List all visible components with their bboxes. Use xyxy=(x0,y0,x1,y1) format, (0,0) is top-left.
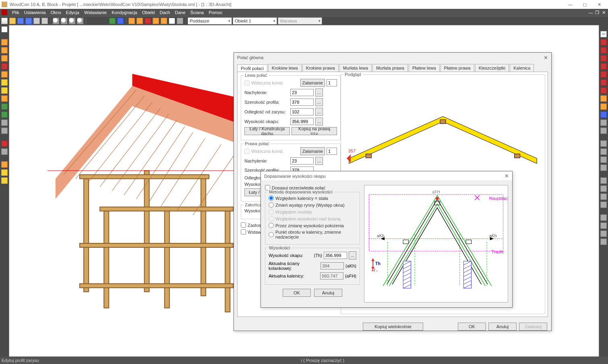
lewa-kopiuj-btn[interactable]: Kopiuj na prawą ==> xyxy=(292,127,337,135)
dlg1-close-button[interactable]: ✕ xyxy=(544,55,548,61)
tab-krokiew-p[interactable]: Krokiew prawa xyxy=(302,64,339,72)
rt-24[interactable] xyxy=(600,238,607,245)
tab-murlata-l[interactable]: Murłata lewa xyxy=(339,64,372,72)
rt-16[interactable] xyxy=(600,164,607,171)
rt-2[interactable] xyxy=(600,47,607,54)
floor-combo[interactable]: Poddasze xyxy=(188,17,232,25)
dlg1-kopiuj-btn[interactable]: Kopiuj wielokrotnie xyxy=(363,323,423,331)
rt-5[interactable] xyxy=(600,71,607,78)
menu-edycja[interactable]: Edycja xyxy=(64,10,82,15)
mdi-minimize[interactable]: — xyxy=(588,10,594,15)
dlg1-ok-btn[interactable]: OK xyxy=(458,323,486,331)
lt-del[interactable] xyxy=(1,140,8,147)
rt-4[interactable] xyxy=(600,63,607,70)
menu-plik[interactable]: Plik xyxy=(10,10,22,15)
lt-8[interactable] xyxy=(1,95,8,102)
rt-3d[interactable]: 3D xyxy=(600,31,607,38)
dlg1-zastosuj-btn[interactable]: Zastosuj xyxy=(519,323,547,331)
tool-c-button[interactable] xyxy=(128,17,135,25)
new-file-button[interactable] xyxy=(1,17,8,25)
rt-13[interactable] xyxy=(600,140,607,147)
lt-pointer[interactable] xyxy=(1,26,8,33)
tab-kalenica[interactable]: Kalenica xyxy=(510,64,534,72)
tab-krokiew-l[interactable]: Krokiew lewa xyxy=(268,64,302,72)
zoom-out-button[interactable] xyxy=(60,17,68,25)
lt-11[interactable] xyxy=(1,119,8,126)
method-r5[interactable]: Przez zmianę wysokości położenia xyxy=(269,223,344,228)
rt-18[interactable] xyxy=(600,185,607,192)
prawa-zal-count[interactable] xyxy=(327,148,337,155)
rt-20[interactable] xyxy=(600,201,607,208)
menu-obiekt[interactable]: Obiekt xyxy=(140,10,157,15)
lewa-wys-dots[interactable]: ... xyxy=(315,117,323,125)
layer-combo[interactable]: Warstwa xyxy=(278,17,322,25)
h-okap-dots[interactable]: ... xyxy=(349,251,356,259)
menu-okno[interactable]: Okno xyxy=(48,10,64,15)
lt-3[interactable] xyxy=(1,55,8,62)
lewa-zal-count[interactable] xyxy=(327,79,337,86)
lewa-laty-btn[interactable]: Łaty / Konstrukcja dachu xyxy=(244,127,290,135)
lewa-nach-dots[interactable]: ... xyxy=(315,88,323,97)
dlg1-title-bar[interactable]: Połać główna ✕ xyxy=(234,53,551,62)
mdi-restore[interactable]: ❐ xyxy=(594,10,600,15)
tab-kleszcze[interactable]: Kleszcze/jętki xyxy=(475,64,509,72)
prawa-zalamanie-btn[interactable]: Załamanie xyxy=(300,147,325,155)
menu-kondygnacja[interactable]: Kondygnacja xyxy=(109,10,140,15)
rt-12[interactable] xyxy=(600,127,607,134)
rt-19[interactable] xyxy=(600,193,607,200)
tool-b-button[interactable] xyxy=(117,17,124,25)
rt-22[interactable] xyxy=(600,222,607,229)
lt-14[interactable] xyxy=(1,161,8,168)
h-okap-field[interactable] xyxy=(324,252,347,259)
lt-10[interactable] xyxy=(1,111,8,118)
dlg2-close-button[interactable]: ✕ xyxy=(505,173,509,179)
rt-9[interactable] xyxy=(600,103,607,110)
lt-6[interactable] xyxy=(1,79,8,86)
printprev-button[interactable] xyxy=(41,17,48,25)
lt-5[interactable] xyxy=(1,71,8,78)
prawa-nach-dots[interactable]: ... xyxy=(315,157,323,165)
tool-d-button[interactable] xyxy=(136,17,143,25)
mdi-close[interactable]: ✕ xyxy=(601,10,606,15)
rt-7[interactable] xyxy=(600,87,607,94)
tab-platew-p[interactable]: Płatew prawa xyxy=(440,64,474,72)
print-button[interactable] xyxy=(33,17,40,25)
lt-2[interactable] xyxy=(1,47,8,54)
prawa-widoczna-check[interactable]: Widoczna konst. xyxy=(244,149,284,154)
object-combo[interactable]: Obiekt 1 xyxy=(233,17,277,25)
lewa-odl-field[interactable] xyxy=(290,108,314,115)
lt-12[interactable] xyxy=(1,127,8,134)
method-r6[interactable]: Punkt obrotu w kalenicy, zmienne nadzaci… xyxy=(269,230,356,239)
close-button[interactable]: ✕ xyxy=(592,0,606,9)
menu-ustawienia[interactable]: Ustawienia xyxy=(22,10,48,15)
lt-4[interactable] xyxy=(1,63,8,70)
lewa-szer-field[interactable] xyxy=(290,99,314,106)
menu-wstawianie[interactable]: Wstawianie xyxy=(82,10,109,15)
tool-h-button[interactable] xyxy=(176,17,184,25)
zoom-fit-button[interactable] xyxy=(68,17,76,25)
tool-f-button[interactable] xyxy=(152,17,159,25)
lewa-nach-field[interactable] xyxy=(290,89,314,96)
tool-pointer-button[interactable] xyxy=(168,17,176,25)
lt-1[interactable] xyxy=(1,39,8,46)
rt-1[interactable] xyxy=(600,39,607,46)
maximize-button[interactable]: ▢ xyxy=(577,0,592,9)
tool-g-button[interactable] xyxy=(160,17,168,25)
tab-platew-l[interactable]: Płatew lewa xyxy=(409,64,440,72)
rt-14[interactable] xyxy=(600,148,607,155)
prawa-nach-field[interactable] xyxy=(290,157,314,165)
lt-9[interactable] xyxy=(1,103,8,110)
lewa-widoczna-check[interactable]: Widoczna konst. xyxy=(244,80,284,86)
lewa-szer-dots[interactable]: ... xyxy=(315,98,323,106)
menu-dane[interactable]: Dane xyxy=(172,10,188,15)
lt-7[interactable] xyxy=(1,87,8,94)
rt-6[interactable] xyxy=(600,79,607,86)
lt-15[interactable] xyxy=(1,169,8,176)
saveall-button[interactable] xyxy=(25,17,32,25)
rt-23[interactable] xyxy=(600,230,607,237)
lt-16[interactable] xyxy=(1,177,8,184)
lewa-zalamanie-btn[interactable]: Załamanie xyxy=(300,79,325,87)
method-r2[interactable]: Zmień występ rynny (Występ okna) xyxy=(269,202,345,208)
rt-15[interactable] xyxy=(600,156,607,163)
lewa-wys-field[interactable] xyxy=(290,118,314,125)
